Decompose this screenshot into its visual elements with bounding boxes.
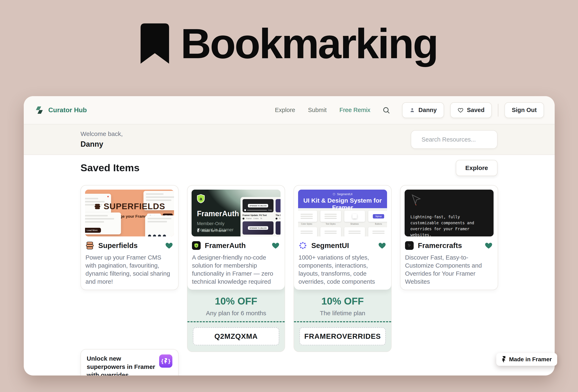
video-duration: 3 mins <box>253 218 258 219</box>
card-title-row: Framercrafts <box>405 241 494 250</box>
card-superfields[interactable]: ♥ SU <box>81 185 179 290</box>
shield-icon: a <box>194 243 198 248</box>
framerauth-cover-image: a FramerAuth Member-Only Content in Fram… <box>192 190 281 236</box>
framercrafts-cover-image: Lightning-fast, fully customizable compo… <box>405 190 494 236</box>
discount-amount: 10% OFF <box>188 296 285 307</box>
skeleton-line <box>300 214 313 215</box>
segmentui-brand: SegmentUI <box>337 192 352 196</box>
user-name: Danny <box>81 140 123 149</box>
skeleton-line <box>372 231 385 232</box>
heart-dot-icon: ♥ <box>107 195 109 198</box>
coupon-code[interactable]: FRAMEROVERRIDES <box>299 327 386 345</box>
nav-search-button[interactable] <box>382 106 390 114</box>
welcome-strip: Welcome back, Danny <box>24 124 555 155</box>
header-buttons: Danny Saved Sign Out <box>402 102 544 118</box>
card-title-row: Superfields <box>85 241 174 250</box>
superfields-app-icon <box>86 241 94 250</box>
search-input[interactable] <box>422 136 499 143</box>
video-thumbnail: UPGRADE TO UNLOCK <box>242 221 274 235</box>
brand[interactable]: Curator Hub <box>35 105 87 115</box>
load-more-pill: Load More <box>85 228 101 233</box>
skeleton-line <box>325 233 337 234</box>
preview-mini-card <box>368 227 387 236</box>
framerauth-logo-text: FramerAuth <box>197 209 239 218</box>
person-icon <box>409 107 415 113</box>
preview-mini-card <box>298 211 317 222</box>
card-segmentui[interactable]: SegmentUI UI Kit & Design System for Fra… <box>293 185 392 352</box>
preview-mini-card <box>320 211 341 222</box>
heart-filled-icon[interactable] <box>378 241 387 250</box>
preview-cell: Shadows <box>344 211 365 225</box>
social-icons <box>148 235 166 236</box>
video-thumbnail <box>276 199 281 212</box>
skeleton-line <box>147 221 167 222</box>
heart-filled-icon[interactable] <box>484 241 493 250</box>
skeleton-line <box>300 231 313 232</box>
skeleton-line <box>85 215 108 217</box>
nav-link-free-remix[interactable]: Free Remix <box>339 107 370 113</box>
discount-plan: The lifetime plan <box>294 310 391 317</box>
preview-row: Trust Sections Pricing Sections <box>298 227 387 236</box>
promo-title: Unlock new superpowers in Framer with ov… <box>87 354 156 376</box>
hero: Bookmarking <box>0 20 578 67</box>
card-description: A designer-friendly no-code solution for… <box>192 253 281 286</box>
user-button[interactable]: Danny <box>402 102 444 118</box>
signup-pill: Signup <box>373 214 384 218</box>
burger-icon <box>94 203 101 210</box>
dots-logo-icon <box>299 241 307 250</box>
superfields-logo-row: SUPERFIELDS <box>85 202 174 211</box>
card-framercrafts[interactable]: Lightning-fast, fully customizable compo… <box>400 185 498 290</box>
mock-card <box>145 216 174 236</box>
video-thumbnail: UPGRADE TO UNLOCK 3 mins <box>242 199 274 212</box>
framercrafts-app-icon <box>405 241 414 250</box>
video-grid-panel: UPGRADE TO UNLOCK 3 mins Framer Update: … <box>241 197 281 236</box>
framerauth-app-icon: a <box>192 241 201 250</box>
card-framerauth[interactable]: a FramerAuth Member-Only Content in Fram… <box>187 185 285 352</box>
resource-search[interactable] <box>411 130 497 149</box>
skeleton-line <box>325 216 337 217</box>
card-description: Discover Fast, Easy-to-Customize Compone… <box>405 253 494 286</box>
heart-filled-icon[interactable] <box>271 241 280 250</box>
brace-glyph: } <box>168 358 170 364</box>
overrides-icon: { } <box>159 354 172 368</box>
video-author: Framer <box>246 218 252 219</box>
coupon-code[interactable]: Q2MZQXMA <box>193 327 279 345</box>
nav-link-explore[interactable]: Explore <box>275 107 295 113</box>
welcome-text: Welcome back, Danny <box>81 131 123 149</box>
skeleton-line <box>325 218 337 219</box>
shield-icon: a <box>197 194 205 203</box>
page-heading: Saved Items <box>81 162 140 174</box>
promo-banner[interactable]: Unlock new superpowers in Framer with ov… <box>81 349 179 376</box>
skeleton-line <box>325 214 337 215</box>
segmentui-app-icon <box>298 241 307 250</box>
preview-cell: Pricing Sections <box>320 227 341 236</box>
dashed-separator <box>188 321 285 322</box>
framer-avatar-icon <box>276 218 278 219</box>
page: { "colors": { "page_background": "#d7c3b… <box>0 0 578 392</box>
preview-cell: Trust Sections <box>298 227 318 236</box>
superfields-logo-text: SUPERFIELDS <box>104 202 165 211</box>
explore-button[interactable]: Explore <box>456 160 497 176</box>
discount-section: 10% OFF The lifetime plan FRAMEROVERRIDE… <box>294 290 391 345</box>
discount-plan: Any plan for 6 months <box>188 310 285 317</box>
skeleton-line <box>85 218 114 219</box>
signout-button[interactable]: Sign Out <box>505 102 544 118</box>
saved-button[interactable]: Saved <box>450 102 492 118</box>
card-inner-panel: a FramerAuth Member-Only Content in Fram… <box>188 185 285 290</box>
segmentui-logo-row: SegmentUI <box>298 190 387 196</box>
nav-link-submit[interactable]: Submit <box>308 107 327 113</box>
skeleton-line <box>300 233 313 234</box>
made-in-framer-badge[interactable]: Made in Framer <box>496 353 557 366</box>
saved-items-grid: ♥ SU <box>81 185 498 352</box>
social-dot-icon <box>148 235 151 236</box>
upgrade-pill: UPGRADE TO UNLOCK <box>248 226 268 230</box>
dashed-separator <box>294 321 391 322</box>
card-title: Framercrafts <box>418 241 462 250</box>
app-window: Curator Hub Explore Submit Free Remix Da… <box>24 96 555 376</box>
heart-filled-icon[interactable] <box>165 241 174 250</box>
card-title: SegmentUI <box>311 241 349 250</box>
saved-button-label: Saved <box>467 107 484 113</box>
duration-label: 3 mins <box>268 209 272 211</box>
card-description: 1000+ variations of styles, components, … <box>298 253 387 286</box>
made-for-framer: Made for Framer <box>197 229 226 233</box>
